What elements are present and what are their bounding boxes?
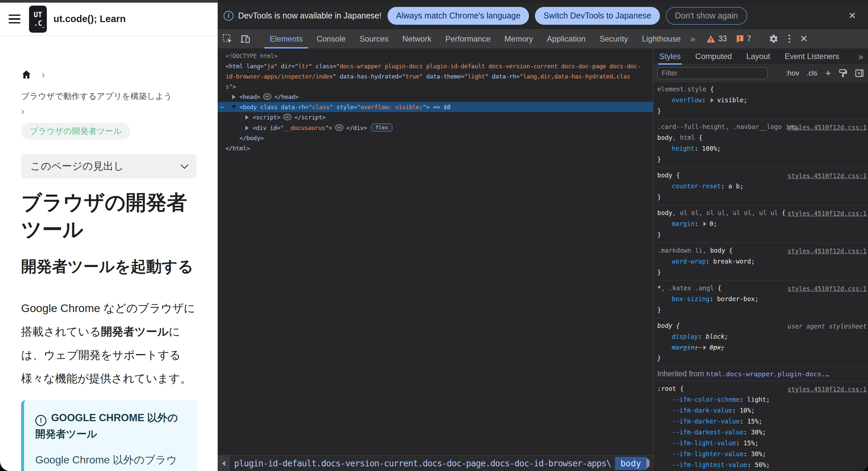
web-page-panel: UT .C ↵ ut.code(); Learn › ブラウザで動作するアプリを…	[0, 3, 218, 471]
head-node[interactable]: <head>⋯</head>	[218, 92, 653, 102]
more-sidebar-tabs-icon[interactable]: »	[858, 52, 863, 62]
code-token: : 30%;	[743, 429, 766, 436]
sidebar-tab-styles[interactable]: Styles	[659, 49, 681, 65]
css-property[interactable]: overflow: visible;	[657, 95, 865, 105]
switch-to-japanese-button[interactable]: Switch DevTools to Japanese	[535, 7, 660, 25]
html-node-line3[interactable]: s">	[218, 82, 653, 92]
flex-badge[interactable]: flex	[371, 123, 393, 132]
breadcrumb-current-node[interactable]: body	[615, 457, 646, 470]
sidebar-tab-event-listeners[interactable]: Event Listeners	[784, 49, 839, 65]
breadcrumb-forward-button[interactable]	[646, 461, 650, 466]
script-node[interactable]: <script>⋯</script>	[218, 112, 653, 122]
stylesheet-source-link[interactable]: styles.4510f12d.css:1	[787, 170, 867, 181]
css-property[interactable]: --ifm-dark-value: 10%;	[657, 405, 865, 416]
tab-sources[interactable]: Sources	[352, 29, 395, 49]
paragraph-bold: 開発者ツール	[101, 325, 169, 338]
tab-application[interactable]: Application	[540, 29, 592, 49]
home-icon[interactable]	[21, 69, 32, 80]
code-token: --ifm-darker-value	[672, 417, 740, 425]
element-classes-button[interactable]: .cls	[806, 69, 817, 77]
tab-network[interactable]: Network	[395, 29, 438, 49]
stylesheet-source-link[interactable]: styles.4510f12d.css:1	[787, 122, 867, 133]
inspect-element-icon[interactable]	[222, 34, 233, 44]
docusaurus-div-node[interactable]: <div id="__docusaurus">⋯</div>flex	[218, 122, 653, 133]
rendering-emulation-icon[interactable]	[838, 69, 847, 78]
html-node-line1[interactable]: <html lang="ja" dir="ltr" class="docs-wr…	[218, 61, 653, 71]
css-property[interactable]: margin: 8px;	[657, 342, 865, 353]
devtools-close-icon[interactable]: ✕	[800, 33, 808, 44]
device-toolbar-icon[interactable]	[240, 34, 251, 44]
breadcrumb-item-current[interactable]: ブラウザの開発者ツール	[21, 123, 130, 139]
breadcrumb-path[interactable]: plugin-id-default.docs-version-current.d…	[234, 459, 612, 468]
tab-console[interactable]: Console	[310, 29, 352, 49]
breadcrumb-item-course[interactable]: ブラウザで動作するアプリを構築しよう	[21, 90, 196, 102]
expand-children-button[interactable]: ⋯	[283, 114, 291, 120]
style-filter-input[interactable]	[657, 67, 768, 79]
dont-show-again-button[interactable]: Don't show again	[666, 7, 747, 25]
css-rule: styles.4510f12d.css:1*, .katex .angl {bo…	[653, 281, 868, 318]
tab-elements[interactable]: Elements	[263, 29, 310, 49]
breadcrumb-back-button[interactable]	[218, 456, 229, 471]
rule-selector-line[interactable]: element.style {	[657, 84, 865, 95]
alert-circle-icon: !	[35, 415, 46, 426]
tab-security[interactable]: Security	[593, 29, 635, 49]
inherited-from-label: Inherited from	[657, 369, 706, 378]
settings-gear-icon[interactable]	[769, 34, 779, 44]
new-style-rule-button[interactable]: +	[825, 68, 831, 78]
warnings-badge[interactable]: 33	[706, 34, 727, 43]
inherited-from-node-link[interactable]: html.docs-wrapper.plugin-docs.…	[706, 370, 829, 378]
expand-children-button[interactable]: ⋯	[335, 124, 343, 131]
html-node-line2[interactable]: id-browser-apps/inspector/index" data-ha…	[218, 71, 653, 82]
css-property[interactable]: counter-reset: a b;	[657, 181, 865, 192]
expand-value-icon[interactable]	[704, 345, 706, 350]
css-property[interactable]: margin: 0;	[657, 218, 865, 229]
site-logo[interactable]: UT .C ↵	[29, 6, 47, 33]
html-close-node[interactable]: </html>	[218, 143, 653, 153]
stylesheet-source-link[interactable]: styles.4510f12d.css:1	[787, 246, 867, 257]
code-token: : light;	[740, 396, 770, 403]
body-close-node[interactable]: </body>	[218, 133, 653, 143]
css-property[interactable]: --ifm-darkest-value: 30%;	[657, 427, 865, 438]
stylesheet-source-link[interactable]: styles.4510f12d.css:1	[787, 283, 867, 294]
tab-performance[interactable]: Performance	[438, 29, 497, 49]
issues-badge[interactable]: 7	[736, 34, 751, 43]
doctype-node[interactable]: <!DOCTYPE html>	[218, 51, 653, 61]
css-property[interactable]: height: 100%;	[657, 143, 865, 154]
more-tabs-icon[interactable]: »	[690, 34, 695, 44]
expand-children-button[interactable]: ⋯	[263, 93, 271, 100]
stylesheet-source-link[interactable]: styles.4510f12d.css:1	[787, 208, 867, 219]
css-property[interactable]: word-wrap: break-word;	[657, 256, 865, 267]
css-property[interactable]: --ifm-darker-value: 15%;	[657, 416, 865, 427]
code-token: class	[312, 103, 329, 111]
code-token: </html>	[225, 145, 250, 152]
collapse-arrow-icon[interactable]	[231, 105, 236, 108]
code-token: element.style	[657, 86, 710, 93]
expand-arrow-icon[interactable]	[232, 95, 236, 99]
css-property[interactable]: --ifm-light-value: 15%;	[657, 438, 865, 448]
toc-collapsible[interactable]: このページの見出し	[21, 154, 196, 179]
site-title[interactable]: ut.code(); Learn	[54, 13, 126, 24]
body-node[interactable]: <body class data-rh="class" style="overf…	[218, 102, 653, 112]
sidebar-tab-computed[interactable]: Computed	[695, 49, 732, 65]
code-token: body	[657, 134, 673, 141]
css-property[interactable]: box-sizing: border-box;	[657, 293, 865, 305]
expand-value-icon[interactable]	[711, 98, 714, 102]
sidebar-layout-toggle-icon[interactable]	[855, 69, 864, 78]
tab-memory[interactable]: Memory	[498, 29, 540, 49]
css-property[interactable]: display: block;	[657, 331, 865, 342]
tab-lighthouse[interactable]: Lighthouse	[635, 29, 687, 49]
css-property[interactable]: --ifm-lightest-value: 50%;	[657, 460, 865, 470]
expand-arrow-icon[interactable]	[245, 126, 249, 130]
sidebar-tab-layout[interactable]: Layout	[746, 49, 770, 65]
toggle-element-state-button[interactable]: :hov	[785, 69, 799, 77]
stylesheet-source-link[interactable]: styles.4510f12d.css:1	[787, 384, 867, 395]
infobar-close-icon[interactable]: ✕	[848, 10, 856, 21]
devtools-menu-icon[interactable]	[787, 33, 792, 44]
expand-arrow-icon[interactable]	[245, 115, 249, 120]
hamburger-menu-icon[interactable]	[8, 14, 21, 24]
code-token: <!DOCTYPE html>	[225, 53, 277, 59]
expand-value-icon[interactable]	[704, 222, 706, 226]
always-match-language-button[interactable]: Always match Chrome's language	[388, 7, 529, 25]
css-property[interactable]: --ifm-lighter-value: 30%;	[657, 448, 865, 460]
css-property[interactable]: --ifm-color-scheme: light;	[657, 394, 865, 405]
